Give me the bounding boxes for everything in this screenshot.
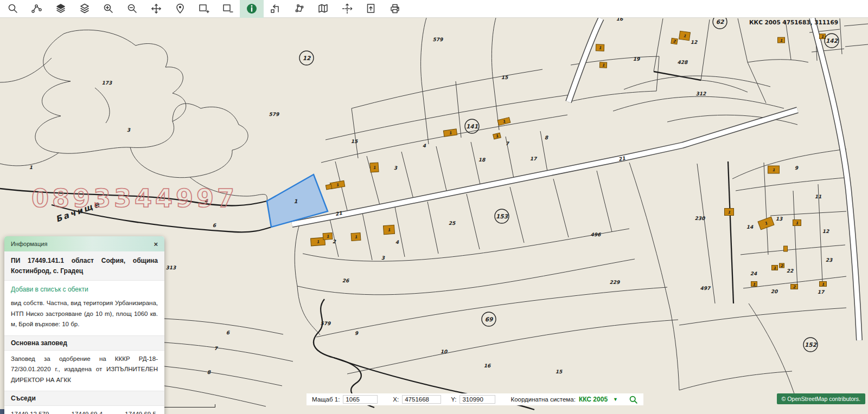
close-icon[interactable]: × xyxy=(154,241,158,248)
parcel-number-label: 313 xyxy=(166,265,177,270)
rectangle-minus-icon xyxy=(222,3,234,15)
crs-label: Координатна система: xyxy=(510,396,575,403)
print-tool-button[interactable] xyxy=(383,0,407,18)
parcel-number-label: 6 xyxy=(213,223,216,228)
osm-attribution-text: © OpenStreetMap contributors. xyxy=(782,396,860,402)
cadastral-region-number-text: 142 xyxy=(826,37,838,44)
parcel-number-label: 496 xyxy=(591,232,602,237)
section-heading-main-order: Основна заповед xyxy=(4,335,164,351)
building-floor-label: 1 xyxy=(821,35,824,39)
parcel-number-label: 13 xyxy=(776,216,783,222)
building-floor-label: 1 xyxy=(387,228,391,232)
parcel-number-label: 15 xyxy=(501,75,508,80)
building-floor-label: 1 xyxy=(728,210,731,215)
parcel-number-label: 1 xyxy=(29,165,33,170)
parcel-number-label: 14 xyxy=(746,224,754,230)
zoom-in-tool-button[interactable] xyxy=(97,0,120,18)
building: 1 xyxy=(383,225,394,234)
parcel-number-label: 230 xyxy=(695,216,706,221)
building-floor-label: 1 xyxy=(822,282,825,287)
coordinate-readout: ККС 2005 4751683, 311169 xyxy=(749,19,838,25)
add-to-object-list-link[interactable]: Добави в списък с обекти xyxy=(4,281,164,295)
parcel-number-label: 579 xyxy=(269,112,280,117)
building: 1 xyxy=(351,232,361,241)
coordinate-search-button[interactable] xyxy=(629,395,638,404)
scale-label: Мащаб 1: xyxy=(312,396,340,403)
x-coordinate-input[interactable] xyxy=(402,395,441,404)
parcel-number-label: 26 xyxy=(342,278,349,283)
map-sheets-tool-button[interactable] xyxy=(311,0,335,18)
toolbar xyxy=(0,0,868,18)
previous-extent-tool-button[interactable] xyxy=(264,0,288,18)
selected-parcel-label: 1 xyxy=(294,198,298,204)
building: 1 xyxy=(772,266,778,270)
rectangle-plus-icon xyxy=(198,3,210,15)
osm-attribution-badge[interactable]: © OpenStreetMap contributors. xyxy=(777,393,865,404)
cadastral-region-number-text: 153 xyxy=(496,213,508,219)
building: 2 xyxy=(671,38,678,44)
parcel-number-label: 23 xyxy=(826,257,833,263)
zoom-window-out-tool-button[interactable] xyxy=(216,0,240,18)
section-heading-neighbours: Съседи xyxy=(4,391,164,406)
parcel-number-label: 17 xyxy=(530,156,538,161)
building-floor-label: 1 xyxy=(373,165,376,170)
building: 1 xyxy=(820,282,827,287)
coordinates-tool-button[interactable] xyxy=(335,0,359,18)
parcel-number-label: 19 xyxy=(633,56,640,62)
parcel-number-label: 16 xyxy=(616,18,623,22)
building: 1 xyxy=(725,209,734,216)
building: 1 xyxy=(679,31,691,40)
y-coordinate-input[interactable] xyxy=(459,395,495,404)
building-floor-label: 1 xyxy=(602,63,604,68)
crs-selected-value[interactable]: ККС 2005 xyxy=(579,396,608,403)
parcel-number-label: 497 xyxy=(700,286,712,291)
parcel-number-label: 3 xyxy=(394,165,398,171)
search-icon xyxy=(629,395,638,404)
chevron-down-icon[interactable]: ▼ xyxy=(613,397,618,402)
parcel-number-label: 20 xyxy=(771,289,778,294)
zoom-out-tool-button[interactable] xyxy=(120,0,144,18)
select-polygon-tool-button[interactable] xyxy=(288,0,311,18)
cadastre-map-app: 1 111111111111211111112121 1735793146313… xyxy=(0,0,868,414)
building-floor-label: 1 xyxy=(773,168,775,172)
building xyxy=(326,184,331,190)
status-bar: Мащаб 1: X: Y: Координатна система: ККС … xyxy=(307,393,643,405)
measure-route-tool-button[interactable] xyxy=(25,0,49,18)
cadastral-region-number-text: 152 xyxy=(805,341,817,348)
cadastral-region-number-text: 62 xyxy=(716,18,724,25)
folded-map-icon xyxy=(317,3,329,15)
zoom-window-in-tool-button[interactable] xyxy=(192,0,216,18)
building: 2 xyxy=(791,284,798,289)
building: 1 xyxy=(820,34,826,39)
building: 1 xyxy=(599,62,607,68)
parcel-number-label: 312 xyxy=(696,91,707,96)
layers-outline-icon xyxy=(79,3,91,15)
parcel-number-label: 15 xyxy=(556,369,563,374)
layers-icon xyxy=(55,3,67,15)
locate-tool-button[interactable] xyxy=(168,0,192,18)
cadastral-region-number-text: 12 xyxy=(303,55,311,61)
parcel-number-label: 3 xyxy=(381,255,385,261)
export-tool-button[interactable] xyxy=(359,0,383,18)
pan-tool-button[interactable] xyxy=(144,0,168,18)
parcel-number-label: 579 xyxy=(433,37,444,42)
identify-info-tool-button[interactable] xyxy=(240,0,264,18)
building-floor-label: 1 xyxy=(780,38,783,43)
building xyxy=(784,246,788,251)
search-tool-button[interactable] xyxy=(1,0,25,18)
scale-input[interactable] xyxy=(343,395,378,404)
parcel-number-label: 9 xyxy=(355,331,359,336)
building-floor-label: 1 xyxy=(753,282,756,287)
layers-alt-tool-button[interactable] xyxy=(73,0,97,18)
parcel-number-label: 6 xyxy=(226,330,230,335)
parcel-number-label: 22 xyxy=(787,268,794,274)
info-panel-header[interactable]: Информация × xyxy=(4,236,164,251)
layers-tool-button[interactable] xyxy=(49,0,73,18)
parcel-number-label: 17 xyxy=(818,289,825,295)
building-floor-label: 1 xyxy=(354,235,358,239)
parcel-number-label: 18 xyxy=(478,157,486,163)
parcel-number-label: 2 xyxy=(333,239,336,244)
parcel-number-label: 10 xyxy=(441,349,448,354)
building: 1 xyxy=(596,44,604,51)
y-coordinate-label: Y: xyxy=(451,396,456,403)
